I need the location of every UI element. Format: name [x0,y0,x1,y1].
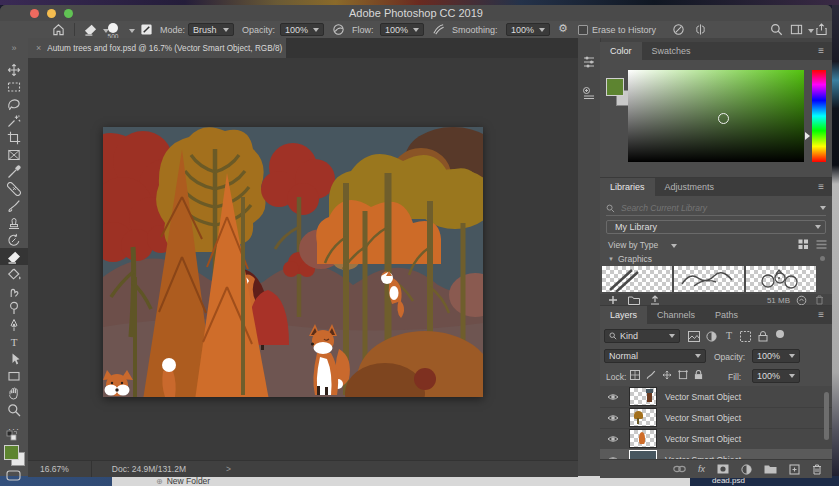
tool-pen[interactable] [0,316,28,333]
filter-image-icon[interactable] [688,331,700,342]
color-fg-swatch[interactable] [606,78,624,96]
adjustment-layer-icon[interactable] [741,464,752,475]
tab-adjustments[interactable]: Adjustments [655,178,725,196]
tool-smudge[interactable] [0,282,28,299]
filter-toggle-icon[interactable] [776,330,784,338]
grid-view-icon[interactable] [798,239,809,250]
tool-move[interactable] [0,61,28,78]
blend-mode-dropdown[interactable]: Normal [604,349,706,363]
color-field-cursor[interactable] [718,113,729,124]
tool-dodge[interactable] [0,299,28,316]
tool-history-brush[interactable] [0,231,28,248]
zoom-level-field[interactable]: 16.67% [40,464,69,474]
library-asset-thumbnail[interactable] [746,266,816,292]
visibility-eye-icon[interactable] [607,392,619,402]
lock-pixels-icon[interactable] [646,370,656,380]
layer-name[interactable]: Vector Smart Object [665,434,741,444]
tool-clone-stamp[interactable] [0,214,28,231]
view-by-type-control[interactable]: View by Type [608,240,658,250]
layers-scrollbar[interactable] [824,392,829,440]
visibility-eye-icon[interactable] [607,413,619,423]
lock-transparency-icon[interactable] [630,370,640,380]
graphics-collapse-icon[interactable]: ▼ [608,256,614,262]
tool-frame[interactable] [0,146,28,163]
tab-color[interactable]: Color [600,42,642,60]
list-view-icon[interactable] [816,239,827,250]
workspace-icon[interactable] [790,23,803,36]
layer-thumbnail[interactable] [629,408,657,427]
tool-rectangular-marquee[interactable] [0,78,28,95]
layer-filter-dropdown[interactable]: Kind [604,329,680,343]
graphics-section-label[interactable]: Graphics [618,254,652,264]
tool-rectangle[interactable] [0,367,28,384]
upload-icon[interactable] [650,295,660,305]
filter-type-icon[interactable]: T [726,330,732,341]
screen-mode-icon[interactable] [6,470,21,481]
airbrush-icon[interactable] [432,23,445,36]
opacity-dropdown[interactable]: 100% [280,23,324,36]
toolbar-overflow-cell[interactable]: » [0,38,28,58]
brush-preview-icon[interactable] [108,23,118,33]
default-colors-icon[interactable] [6,430,18,442]
tool-path-selection[interactable] [0,350,28,367]
brush-pressure-icon[interactable] [672,23,685,36]
library-search-chevron-icon[interactable] [820,206,826,210]
tool-lasso[interactable] [0,95,28,112]
view-by-chevron-icon[interactable] [671,244,677,248]
visibility-eye-icon[interactable] [607,434,619,444]
erase-to-history-checkbox[interactable] [578,25,588,35]
fill-dropdown[interactable]: 100% [752,369,800,383]
smoothing-dropdown[interactable]: 100% [506,23,550,36]
tab-channels[interactable]: Channels [647,306,705,324]
filter-smart-object-icon[interactable] [758,331,768,342]
status-expand-arrow[interactable]: > [226,464,231,474]
layer-mask-icon[interactable] [717,464,729,474]
erase-to-history-label[interactable]: Erase to History [592,25,656,35]
delete-layer-icon[interactable] [812,464,822,475]
clone-source-panel-icon[interactable] [582,86,596,100]
home-icon[interactable] [52,23,65,36]
symmetry-icon[interactable] [694,23,707,36]
new-layer-icon[interactable] [789,464,800,475]
tab-layers[interactable]: Layers [600,306,647,324]
layer-row[interactable]: Vector Smart Object [600,386,832,408]
layers-panel-menu-icon[interactable]: ≡ [810,306,832,324]
new-group-icon[interactable] [764,464,777,474]
tool-eraser[interactable] [0,248,28,265]
hue-slider-pointer[interactable] [805,132,810,140]
tool-zoom[interactable] [0,401,28,418]
layer-name[interactable]: Vector Smart Object [665,413,741,423]
library-asset-thumbnail[interactable] [602,266,672,292]
tool-paint-bucket[interactable] [0,265,28,282]
share-icon[interactable] [815,23,828,36]
hue-slider[interactable] [812,70,826,162]
tab-close-icon[interactable]: × [36,43,41,53]
lock-artboard-icon[interactable] [678,370,688,380]
canvas-artboard[interactable] [103,127,483,397]
tool-eyedropper[interactable] [0,163,28,180]
libraries-panel-menu-icon[interactable]: ≡ [810,178,832,196]
layer-row[interactable]: Vector Smart Object [600,407,832,429]
tool-hand[interactable] [0,384,28,401]
search-icon[interactable] [770,23,783,36]
color-field[interactable] [628,70,804,162]
tab-paths[interactable]: Paths [705,306,748,324]
brush-size-chevron-icon[interactable] [129,29,135,33]
tool-brush[interactable] [0,197,28,214]
link-layers-icon[interactable] [673,465,686,473]
eraser-tool-preset-icon[interactable] [84,23,97,36]
lock-all-icon[interactable] [694,370,703,380]
color-panel-menu-icon[interactable]: ≡ [810,42,832,60]
tool-crop[interactable] [0,129,28,146]
tool-object-selection[interactable] [0,112,28,129]
workspace-chevron-icon[interactable] [808,29,814,33]
layer-thumbnail[interactable] [629,450,657,459]
layer-name[interactable]: Vector Smart Object [665,392,741,402]
tool-spot-healing-brush[interactable] [0,180,28,197]
smoothing-options-gear-icon[interactable]: ⚙ [558,22,568,35]
tab-libraries[interactable]: Libraries [600,178,655,196]
layer-thumbnail[interactable] [629,429,657,448]
opacity-pressure-icon[interactable] [332,23,345,36]
layer-thumbnail[interactable] [629,387,657,406]
mode-dropdown[interactable]: Brush [188,23,234,36]
